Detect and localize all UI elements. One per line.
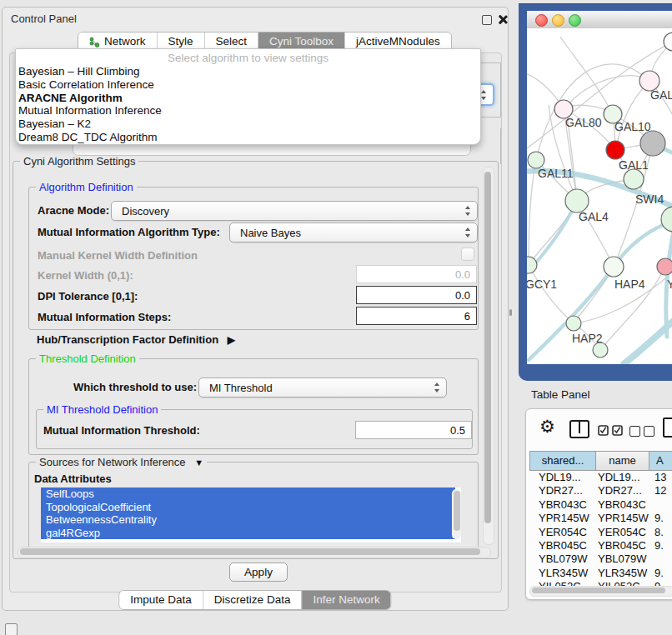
network-node[interactable] bbox=[664, 32, 672, 51]
mi-steps-value: 6 bbox=[464, 310, 470, 322]
mi-threshold-field[interactable]: 0.5 bbox=[355, 421, 472, 439]
threshold-definition-group: Threshold Definition Which threshold to … bbox=[28, 358, 479, 455]
column-header-shared[interactable]: shared... bbox=[529, 451, 596, 471]
network-node[interactable] bbox=[640, 131, 665, 156]
algorithm-menu-item-aracne-algorithm[interactable]: ARACNE Algorithm bbox=[16, 92, 480, 105]
network-node-label-hap2: HAP2 bbox=[572, 332, 603, 345]
panel-divider-handle[interactable] bbox=[509, 309, 512, 316]
which-threshold-value: MI Threshold bbox=[209, 382, 273, 394]
algorithm-menu-item-bayesian-k2[interactable]: Bayesian – K2 bbox=[16, 118, 480, 131]
table-row[interactable]: YBR043CYBR043C bbox=[529, 498, 672, 512]
tab-discretize-data[interactable]: Discretize Data bbox=[203, 591, 302, 609]
control-panel-title: Control Panel bbox=[11, 12, 77, 25]
columns-icon[interactable] bbox=[569, 420, 589, 438]
table-cell: YER054C bbox=[596, 526, 649, 539]
expand-arrow-icon[interactable]: ▶ bbox=[228, 334, 235, 346]
network-node-gal11[interactable] bbox=[528, 152, 544, 168]
algorithm-menu-item-dream8-dc-tdc-algorithm[interactable]: Dream8 DC_TDC Algorithm bbox=[16, 131, 480, 144]
float-window-icon[interactable] bbox=[482, 15, 492, 25]
close-icon[interactable] bbox=[498, 15, 507, 24]
table-cell: YBR045C bbox=[529, 539, 596, 552]
mi-steps-field[interactable]: 6 bbox=[356, 307, 477, 325]
deselect-columns-icon[interactable] bbox=[644, 426, 654, 437]
dpi-tolerance-field[interactable]: 0.0 bbox=[356, 286, 477, 304]
dpi-tolerance-label: DPI Tolerance [0,1]: bbox=[38, 290, 138, 302]
table-row[interactable]: YPR145WYPR145W9. bbox=[529, 512, 672, 525]
settings-vscroll-thumb[interactable] bbox=[484, 172, 491, 523]
network-node-label-swi4: SWI4 bbox=[635, 192, 664, 206]
table-cell: 9. bbox=[649, 539, 672, 552]
screen: Control Panel NetworkStyleSelectCyni Too… bbox=[0, 0, 672, 635]
network-node-swi4[interactable] bbox=[661, 207, 672, 232]
apply-button[interactable]: Apply bbox=[229, 562, 288, 582]
network-canvas[interactable]: GALGAL80GAL10GAL1GAL11SWI4GAL4GCY1HAP4YH… bbox=[527, 28, 672, 364]
algorithm-definition-title: Algorithm Definition bbox=[36, 181, 137, 193]
attributes-scrollbar-thumb[interactable] bbox=[454, 491, 460, 531]
settings-horizontal-scrollbar[interactable] bbox=[18, 547, 491, 558]
settings-vertical-scrollbar[interactable] bbox=[483, 167, 494, 545]
hub-definition-label: Hub/Transcription Factor Definition bbox=[37, 333, 218, 346]
table-panel: ⚙ shared...nameA YDL19...YDL19...13YDR27… bbox=[525, 408, 672, 600]
algorithm-menu-item-basic-correlation-inference[interactable]: Basic Correlation Inference bbox=[16, 78, 480, 92]
select-all-columns-icon[interactable] bbox=[598, 424, 624, 436]
column-header-a[interactable]: A bbox=[649, 451, 672, 471]
network-node[interactable] bbox=[606, 141, 624, 159]
tab-infer-network[interactable]: Infer Network bbox=[301, 591, 390, 609]
network-window-titlebar[interactable] bbox=[527, 11, 672, 29]
mini-panel-icon[interactable] bbox=[5, 623, 18, 635]
table-cell: YBR043C bbox=[529, 498, 596, 512]
table-row[interactable]: YLR345WYLR345W9. bbox=[529, 567, 672, 580]
network-node-label-gal4: GAL4 bbox=[579, 210, 609, 223]
table-row[interactable]: YDL19...YDL19...13 bbox=[529, 471, 672, 484]
settings-hscroll-thumb[interactable] bbox=[20, 548, 480, 555]
network-node-gal1[interactable] bbox=[624, 169, 644, 189]
attributes-scrollbar[interactable] bbox=[452, 489, 461, 539]
minimize-traffic-light-icon[interactable] bbox=[552, 14, 564, 27]
mi-threshold-definition-group: MI Threshold Definition Mutual Informati… bbox=[36, 409, 473, 449]
network-node-label-hap4: HAP4 bbox=[614, 278, 645, 291]
network-node-label-y: Y bbox=[667, 278, 672, 291]
network-node-y[interactable] bbox=[657, 258, 672, 275]
aracne-mode-combobox[interactable]: Discovery bbox=[111, 201, 478, 221]
table-row[interactable]: YBR045CYBR045C9. bbox=[529, 539, 672, 552]
table-cell: YBR043C bbox=[596, 498, 649, 512]
network-window: GALGAL80GAL10GAL1GAL11SWI4GAL4GCY1HAP4YH… bbox=[519, 3, 672, 381]
tab-impute-data[interactable]: Impute Data bbox=[119, 591, 203, 609]
mi-type-combobox[interactable]: Naive Bayes bbox=[229, 222, 478, 242]
table-row[interactable]: YER054CYER054C8. bbox=[529, 526, 672, 539]
export-table-icon[interactable] bbox=[663, 418, 672, 438]
network-node-gal4[interactable] bbox=[565, 189, 589, 212]
attribute-item-gal4rgexp[interactable]: gal4RGexp bbox=[41, 527, 455, 540]
network-node-label-gal1: GAL1 bbox=[619, 158, 649, 172]
aracne-mode-label: Aracne Mode: bbox=[38, 204, 109, 217]
table-cell: 8. bbox=[649, 526, 672, 539]
column-header-name[interactable]: name bbox=[596, 451, 649, 471]
close-traffic-light-icon[interactable] bbox=[535, 14, 548, 27]
which-threshold-combobox[interactable]: MI Threshold bbox=[198, 378, 447, 398]
attribute-item-topologicalcoefficient[interactable]: TopologicalCoefficient bbox=[41, 501, 455, 514]
network-node-gcy1[interactable] bbox=[527, 257, 537, 273]
algorithm-menu-item-bayesian-hill-climbing[interactable]: Bayesian – Hill Climbing bbox=[16, 65, 480, 78]
algorithm-menu-item-mutual-information-inference[interactable]: Mutual Information Inference bbox=[16, 104, 480, 118]
attribute-item-betweennesscentrality[interactable]: BetweennessCentrality bbox=[41, 513, 455, 527]
kernel-width-field[interactable]: 0.0 bbox=[356, 265, 477, 283]
algorithm-popup-prompt: Select algorithm to view settings bbox=[16, 51, 480, 65]
gear-icon[interactable]: ⚙ bbox=[539, 417, 555, 437]
table-horizontal-scrollbar[interactable] bbox=[529, 586, 672, 597]
table-hscroll-thumb[interactable] bbox=[532, 588, 665, 593]
table-row[interactable]: YBL079WYBL079W bbox=[529, 552, 672, 566]
table-cell: YBL079W bbox=[596, 552, 649, 566]
table-body: YDL19...YDL19...13YDR27...YDR27...12YBR0… bbox=[529, 471, 672, 594]
network-node-hap2[interactable] bbox=[566, 316, 581, 331]
groupbox-edge bbox=[500, 128, 501, 164]
zoom-traffic-light-icon[interactable] bbox=[569, 14, 581, 27]
deselect-columns-icon[interactable] bbox=[629, 426, 640, 437]
table-row[interactable]: YDR27...YDR27...12 bbox=[529, 484, 672, 498]
attribute-item-selfloops[interactable]: SelfLoops bbox=[41, 488, 455, 501]
manual-kernel-width-checkbox[interactable] bbox=[461, 248, 474, 261]
hub-definition-expander[interactable]: Hub/Transcription Factor Definition ▶ bbox=[37, 333, 235, 346]
table-cell bbox=[649, 498, 672, 512]
tab-infer-network-label: Infer Network bbox=[313, 591, 379, 609]
network-node-hap4[interactable] bbox=[604, 257, 624, 277]
collapse-arrow-icon[interactable]: ▼ bbox=[194, 458, 203, 468]
